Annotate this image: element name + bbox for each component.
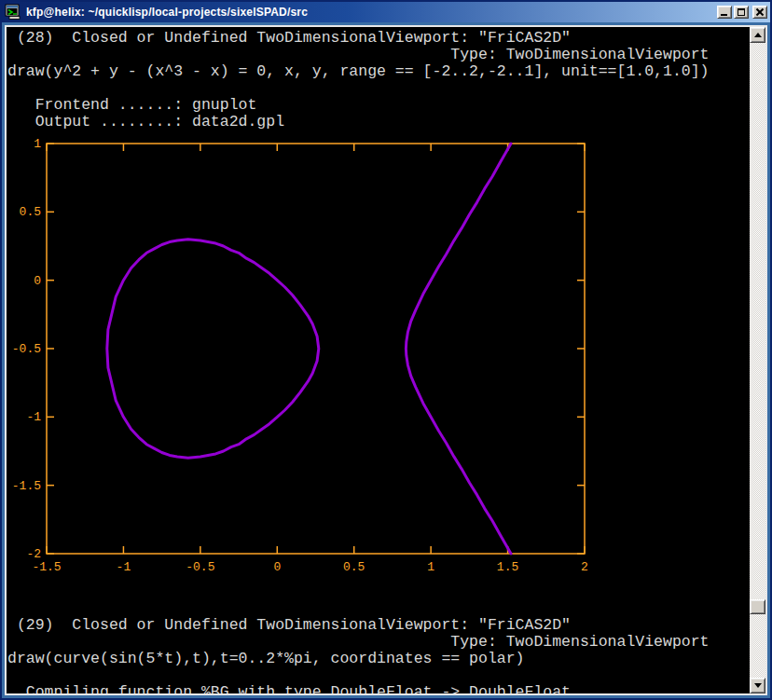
gnuplot-sixel-plot: -1.5-1-0.500.511.5210.50-0.5-1-1.5-2 [7,134,622,580]
scroll-down-button[interactable] [750,678,765,693]
terminal-line-command: draw(curve(sin(5*t),t),t=0..2*%pi, coord… [7,651,710,667]
vertical-scrollbar[interactable] [750,27,765,693]
frontend-info-block: Frontend ......: gnuplot Output ........… [7,97,284,130]
maximize-icon [738,8,745,16]
y-tick-label: -0.5 [12,342,41,356]
window-frame: (28) Closed or Undefined TwoDimensionalV… [2,22,770,698]
output-29-block: (29) Closed or Undefined TwoDimensionalV… [7,617,710,667]
minimize-icon [721,14,727,16]
client-area: (28) Closed or Undefined TwoDimensionalV… [7,27,765,693]
y-tick-label: 0 [34,274,41,288]
maximize-button[interactable] [734,6,749,19]
terminal-line: (29) Closed or Undefined TwoDimensionalV… [7,617,710,634]
close-button[interactable] [752,6,767,19]
x-tick-label: 2 [581,560,588,574]
x-tick-label: 0.5 [343,560,365,574]
y-tick-label: -2 [26,547,41,561]
x-tick-label: 1 [427,560,434,574]
y-tick-label: 0.5 [20,205,41,219]
title-bar[interactable]: kfp@helix: ~/quicklisp/local-projects/si… [2,2,770,22]
y-tick-label: -1.5 [12,479,41,493]
putty-terminal-icon [5,4,21,21]
scroll-up-button[interactable] [750,27,765,43]
frontend-line: Frontend ......: gnuplot [7,97,284,114]
terminal-line-type: Type: TwoDimensionalViewport [7,47,710,63]
x-tick-label: -1.5 [32,560,61,574]
output-file-line: Output ........: data2d.gpl [7,114,284,130]
terminal-line: (28) Closed or Undefined TwoDimensionalV… [7,30,710,47]
terminal-line-type: Type: TwoDimensionalViewport [7,634,710,651]
output-28-block: (28) Closed or Undefined TwoDimensionalV… [7,30,710,80]
arrow-up-icon [754,33,762,37]
scrollbar-thumb[interactable] [750,599,765,614]
plot-canvas: -1.5-1-0.500.511.5210.50-0.5-1-1.5-2 [7,134,622,580]
terminal-screen[interactable]: (28) Closed or Undefined TwoDimensionalV… [7,27,750,693]
x-tick-label: 0 [273,560,281,574]
plot-frame [47,144,585,554]
putty-window: kfp@helix: ~/quicklisp/local-projects/si… [0,0,772,700]
x-tick-label: -0.5 [186,560,214,574]
x-tick-label: -1 [117,560,131,574]
terminal-line-command: draw(y^2 + y - (x^3 - x) = 0, x, y, rang… [7,63,710,80]
compiling-line: Compiling function %BG with type DoubleF… [7,684,571,693]
y-tick-label: 1 [34,137,41,151]
arrow-down-icon [754,683,762,688]
minimize-button[interactable] [717,6,732,19]
y-tick-label: -1 [26,410,41,424]
curve-open-branch [406,144,511,554]
compiling-block: Compiling function %BG with type DoubleF… [7,684,571,693]
curve-oval-component [107,240,319,459]
window-title: kfp@helix: ~/quicklisp/local-projects/si… [26,6,715,19]
x-tick-label: 1.5 [497,560,518,574]
